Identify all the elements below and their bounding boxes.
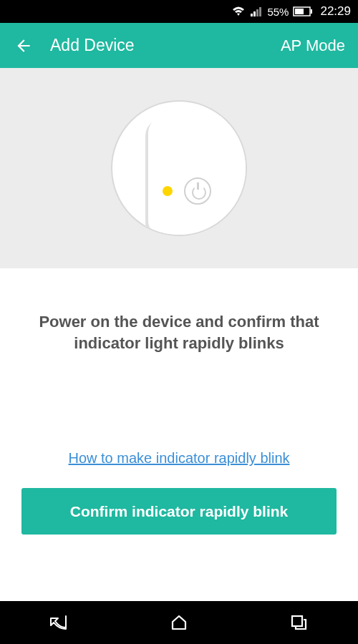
svg-rect-5 (295, 9, 304, 14)
nav-back-icon[interactable] (38, 608, 81, 637)
instruction-text: Power on the device and confirm that ind… (21, 311, 337, 353)
illustration-area (0, 68, 358, 268)
device-body (148, 116, 247, 236)
battery-icon (293, 6, 313, 16)
signal-icon (250, 6, 263, 17)
power-icon (184, 177, 211, 205)
svg-rect-1 (253, 11, 256, 16)
ap-mode-button[interactable]: AP Mode (281, 36, 345, 55)
wifi-icon (231, 6, 246, 17)
page-title: Add Device (50, 36, 281, 55)
nav-home-icon[interactable] (158, 608, 200, 637)
device-illustration (111, 100, 247, 236)
svg-rect-3 (259, 7, 261, 16)
content-area: Power on the device and confirm that ind… (0, 268, 358, 601)
svg-rect-6 (311, 9, 312, 14)
navigation-bar (0, 601, 358, 644)
svg-rect-0 (251, 14, 253, 16)
battery-percentage: 55% (267, 6, 289, 18)
nav-recent-icon[interactable] (277, 608, 320, 637)
back-icon[interactable] (13, 35, 34, 57)
svg-rect-2 (256, 9, 258, 16)
confirm-button[interactable]: Confirm indicator rapidly blink (21, 488, 337, 535)
indicator-light (163, 186, 173, 196)
svg-rect-7 (292, 616, 302, 626)
app-bar: Add Device AP Mode (0, 23, 358, 68)
status-bar: 55% 22:29 (0, 0, 358, 23)
help-link[interactable]: How to make indicator rapidly blink (21, 450, 337, 467)
status-time: 22:29 (320, 4, 351, 19)
